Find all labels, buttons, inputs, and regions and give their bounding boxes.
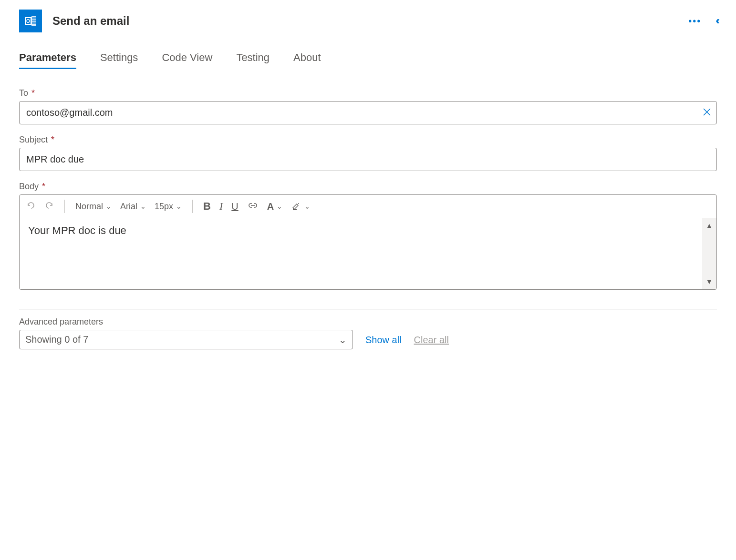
font-select[interactable]: Arial ⌄ xyxy=(120,202,146,212)
undo-icon xyxy=(26,201,36,213)
redo-button[interactable] xyxy=(44,201,54,213)
svg-rect-5 xyxy=(32,20,36,21)
show-all-button[interactable]: Show all xyxy=(365,335,402,349)
more-icon[interactable]: ••• xyxy=(688,16,701,27)
chevron-down-icon: ⌄ xyxy=(176,203,182,210)
highlight-icon xyxy=(291,200,301,213)
link-button[interactable] xyxy=(247,202,259,212)
header-left: O Send an email xyxy=(19,10,129,32)
subject-label-text: Subject xyxy=(19,135,48,144)
required-marker: * xyxy=(42,182,45,191)
to-input-wrap xyxy=(19,101,717,124)
highlight-button[interactable]: ⌄ xyxy=(291,200,310,213)
close-icon xyxy=(703,107,711,119)
toolbar-separator xyxy=(192,200,193,213)
advanced-parameters-row: Advanced parameters Showing 0 of 7 ⌄ Sho… xyxy=(19,317,717,349)
scroll-down-icon[interactable]: ▼ xyxy=(706,278,713,285)
field-to: To * xyxy=(19,88,717,124)
underline-button[interactable]: U xyxy=(231,201,238,212)
chevron-down-icon: ⌄ xyxy=(106,203,112,210)
subject-label: Subject * xyxy=(19,135,717,145)
card-header: O Send an email ••• ‹‹ xyxy=(19,10,717,32)
size-value: 15px xyxy=(155,202,173,212)
body-label: Body * xyxy=(19,182,717,192)
advanced-left: Advanced parameters Showing 0 of 7 ⌄ xyxy=(19,317,353,349)
bold-button[interactable]: B xyxy=(203,200,211,213)
advanced-select-text: Showing 0 of 7 xyxy=(25,334,88,345)
size-select[interactable]: 15px ⌄ xyxy=(155,202,182,212)
heading-select[interactable]: Normal ⌄ xyxy=(75,202,112,212)
rich-text-editor: Normal ⌄ Arial ⌄ 15px ⌄ B I U A ⌄ xyxy=(19,194,717,290)
font-color-icon: A xyxy=(267,201,274,212)
svg-point-10 xyxy=(298,203,299,204)
svg-rect-4 xyxy=(32,17,36,19)
required-marker: * xyxy=(31,88,35,98)
field-body: Body * Normal ⌄ Arial ⌄ xyxy=(19,182,717,290)
chevron-down-icon: ⌄ xyxy=(339,334,347,346)
chevron-down-icon: ⌄ xyxy=(304,203,310,210)
collapse-icon[interactable]: ‹‹ xyxy=(715,15,717,27)
undo-button[interactable] xyxy=(26,201,36,213)
scroll-up-icon[interactable]: ▲ xyxy=(706,222,713,229)
required-marker: * xyxy=(51,135,54,144)
chevron-down-icon: ⌄ xyxy=(140,203,146,210)
editor-toolbar: Normal ⌄ Arial ⌄ 15px ⌄ B I U A ⌄ xyxy=(20,195,716,218)
tab-testing[interactable]: Testing xyxy=(236,51,270,69)
link-icon xyxy=(247,202,259,212)
scrollbar[interactable]: ▲ ▼ xyxy=(702,218,716,289)
italic-button[interactable]: I xyxy=(219,200,223,213)
tab-settings[interactable]: Settings xyxy=(100,51,138,69)
tab-about[interactable]: About xyxy=(293,51,321,69)
field-subject: Subject * xyxy=(19,135,717,171)
tab-bar: Parameters Settings Code View Testing Ab… xyxy=(19,51,717,69)
tab-parameters[interactable]: Parameters xyxy=(19,51,76,69)
subject-input-wrap xyxy=(19,148,717,171)
card-title: Send an email xyxy=(52,14,129,28)
font-value: Arial xyxy=(120,202,137,212)
to-label: To * xyxy=(19,88,717,98)
chevron-down-icon: ⌄ xyxy=(277,203,282,210)
outlook-icon: O xyxy=(19,10,42,32)
tab-code-view[interactable]: Code View xyxy=(162,51,212,69)
heading-value: Normal xyxy=(75,202,103,212)
svg-rect-6 xyxy=(32,22,36,24)
toolbar-separator xyxy=(64,200,65,213)
header-right: ••• ‹‹ xyxy=(688,15,717,27)
to-label-text: To xyxy=(19,88,28,98)
clear-all-button[interactable]: Clear all xyxy=(414,335,449,349)
section-divider xyxy=(19,309,717,309)
font-color-button[interactable]: A ⌄ xyxy=(267,201,282,212)
to-input[interactable] xyxy=(19,101,717,124)
svg-text:O: O xyxy=(26,19,30,24)
advanced-select[interactable]: Showing 0 of 7 ⌄ xyxy=(19,330,353,349)
redo-icon xyxy=(44,201,54,213)
clear-to-button[interactable] xyxy=(703,108,711,118)
advanced-label: Advanced parameters xyxy=(19,317,353,327)
editor-area: Your MPR doc is due ▲ ▼ xyxy=(20,218,716,289)
body-label-text: Body xyxy=(19,182,39,191)
subject-input[interactable] xyxy=(19,148,717,171)
body-textarea[interactable]: Your MPR doc is due xyxy=(20,218,702,289)
